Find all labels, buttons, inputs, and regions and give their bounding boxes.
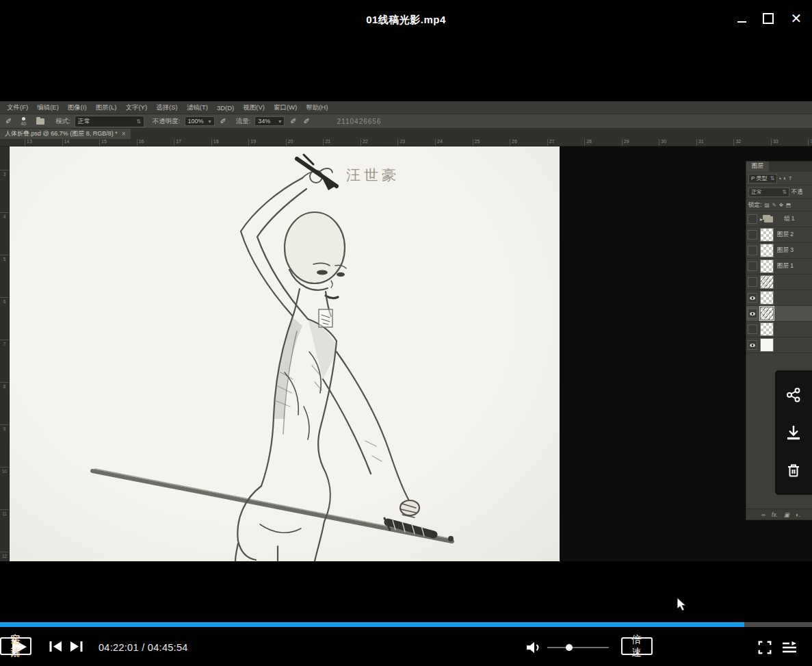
- ruler-number: 9: [0, 424, 9, 467]
- filter-kind-value: P 类型: [751, 175, 767, 182]
- type-filter-icon[interactable]: T: [789, 175, 792, 181]
- airbrush-icon[interactable]: ✐: [290, 117, 296, 126]
- opacity-input[interactable]: 100% ▾: [185, 116, 215, 126]
- figure-sketch: [10, 146, 560, 561]
- adjustment-filter-icon[interactable]: ◐: [783, 175, 787, 181]
- mask-icon[interactable]: ▣: [784, 511, 789, 518]
- lock-transparent-icon[interactable]: ▨: [764, 202, 769, 208]
- video-title: 01线稿光影.mp4: [0, 14, 812, 27]
- pressure-opacity-icon[interactable]: ✐: [220, 117, 226, 126]
- lock-all-icon[interactable]: ⬒: [786, 202, 791, 208]
- menu-item[interactable]: 帮助(H): [306, 103, 328, 112]
- layer-thumbnail: [760, 228, 774, 242]
- menu-item[interactable]: 滤镜(T): [187, 103, 208, 112]
- previous-button[interactable]: [49, 641, 62, 655]
- share-icon[interactable]: [785, 386, 802, 404]
- brush-panel-icon[interactable]: [36, 118, 44, 125]
- ruler-number: 31: [696, 139, 734, 146]
- volume-slider[interactable]: [547, 647, 609, 648]
- minimize-button[interactable]: [731, 10, 752, 27]
- menu-item[interactable]: 文件(F): [7, 103, 28, 112]
- layer-visibility-toggle[interactable]: [748, 230, 757, 240]
- layer-name: 图层 1: [777, 262, 794, 270]
- layer-thumbnail: [760, 291, 774, 305]
- layer-name: 图层 2: [777, 231, 794, 239]
- layer-row[interactable]: [746, 290, 812, 306]
- layer-row[interactable]: 图层 1: [746, 259, 812, 274]
- layer-visibility-toggle[interactable]: [748, 340, 757, 350]
- volume-knob[interactable]: [566, 644, 573, 651]
- playlist-icon[interactable]: [782, 641, 797, 657]
- delete-icon[interactable]: [785, 461, 802, 479]
- blend-mode-select[interactable]: 正常 ⇅: [75, 116, 144, 127]
- document-tab[interactable]: 人体折叠.psd @ 66.7% (图层 8, RGB/8) * ×: [0, 129, 131, 139]
- layer-visibility-toggle[interactable]: [748, 261, 757, 271]
- menu-item[interactable]: 文字(Y): [125, 103, 147, 112]
- menu-item[interactable]: 选择(S): [156, 103, 178, 112]
- document-tab-title: 人体折叠.psd @ 66.7% (图层 8, RGB/8) *: [5, 129, 118, 138]
- flow-value: 34%: [258, 118, 270, 125]
- flow-label: 流量:: [236, 117, 251, 126]
- mouse-cursor: [676, 598, 687, 614]
- layer-filter-row: P 类型 ⇅ ▪◐T: [746, 172, 812, 185]
- lock-brush-icon[interactable]: ✎: [772, 202, 776, 208]
- layer-row[interactable]: [746, 274, 812, 290]
- pressure-size-icon[interactable]: ✐: [304, 117, 310, 126]
- brush-preset-picker[interactable]: 40: [17, 117, 29, 125]
- tab-close-icon[interactable]: ×: [122, 130, 126, 138]
- layer-row[interactable]: [746, 322, 812, 337]
- volume-icon[interactable]: [525, 641, 540, 657]
- layer-row[interactable]: [746, 306, 812, 322]
- layer-visibility-toggle[interactable]: [748, 309, 757, 318]
- maximize-button[interactable]: [758, 10, 778, 27]
- titlebar: 01线稿光影.mp4 ✕: [0, 0, 812, 38]
- speed-button[interactable]: 倍速: [621, 637, 653, 655]
- fullscreen-icon[interactable]: [757, 640, 772, 658]
- canvas[interactable]: 汪世豪: [10, 146, 560, 561]
- flow-input[interactable]: 34% ▾: [254, 116, 285, 126]
- lock-move-icon[interactable]: ✥: [779, 202, 783, 208]
- lock-row: 锁定: ▨✎✥⬒: [746, 199, 812, 212]
- layer-visibility-toggle[interactable]: [748, 277, 757, 287]
- adjustment-icon[interactable]: ◐.: [796, 511, 801, 518]
- filter-kind-select[interactable]: P 类型 ⇅: [748, 174, 777, 183]
- subtitle-button[interactable]: 字幕: [0, 637, 31, 655]
- close-button[interactable]: ✕: [786, 10, 807, 27]
- fx-icon[interactable]: fx.: [772, 511, 778, 518]
- ruler-number: 28: [584, 139, 622, 146]
- ruler-number: 13: [25, 139, 62, 146]
- opacity-value: 100%: [188, 118, 204, 125]
- menu-item[interactable]: 图层(L): [96, 103, 117, 112]
- tool-preset-icon[interactable]: ✐: [5, 117, 12, 126]
- menu-item[interactable]: 编辑(E): [37, 103, 59, 112]
- layer-name: 组 1: [784, 215, 795, 223]
- layer-visibility-toggle[interactable]: [748, 246, 757, 255]
- download-icon[interactable]: [785, 424, 802, 441]
- progress-bar[interactable]: [0, 622, 812, 627]
- menu-item[interactable]: 3D(D): [217, 104, 234, 112]
- layer-visibility-toggle[interactable]: [748, 324, 757, 334]
- layer-visibility-toggle[interactable]: [748, 293, 757, 303]
- menu-item[interactable]: 视图(V): [243, 103, 265, 112]
- link-icon[interactable]: ∞: [761, 511, 765, 518]
- video-frame[interactable]: 文件(F)编辑(E)图像(I)图层(L)文字(Y)选择(S)滤镜(T)3D(D)…: [0, 101, 812, 561]
- chevron-down-icon: ▾: [278, 118, 281, 125]
- layer-visibility-toggle[interactable]: [748, 214, 757, 224]
- next-button[interactable]: [70, 641, 83, 655]
- menu-item[interactable]: 窗口(W): [274, 103, 297, 112]
- layer-row[interactable]: 图层 3: [746, 243, 812, 259]
- ruler-number: 15: [99, 139, 137, 146]
- layer-blend-select[interactable]: 正常 ⇅: [748, 188, 789, 197]
- ruler-number: 16: [137, 139, 174, 146]
- layer-row[interactable]: 组 1: [746, 212, 812, 227]
- menu-item[interactable]: 图像(I): [68, 103, 87, 112]
- layer-thumbnail: [760, 338, 774, 352]
- pixel-filter-icon[interactable]: ▪: [779, 175, 781, 181]
- layer-row[interactable]: [746, 337, 812, 353]
- layer-list: 组 1 图层 2 图层 3: [746, 212, 812, 353]
- minimize-icon: [737, 21, 746, 23]
- layers-panel-tab[interactable]: 图层: [746, 162, 769, 172]
- close-icon: ✕: [791, 12, 802, 25]
- layer-row[interactable]: 图层 2: [746, 227, 812, 243]
- document-tab-bar: 人体折叠.psd @ 66.7% (图层 8, RGB/8) * ×: [0, 129, 812, 140]
